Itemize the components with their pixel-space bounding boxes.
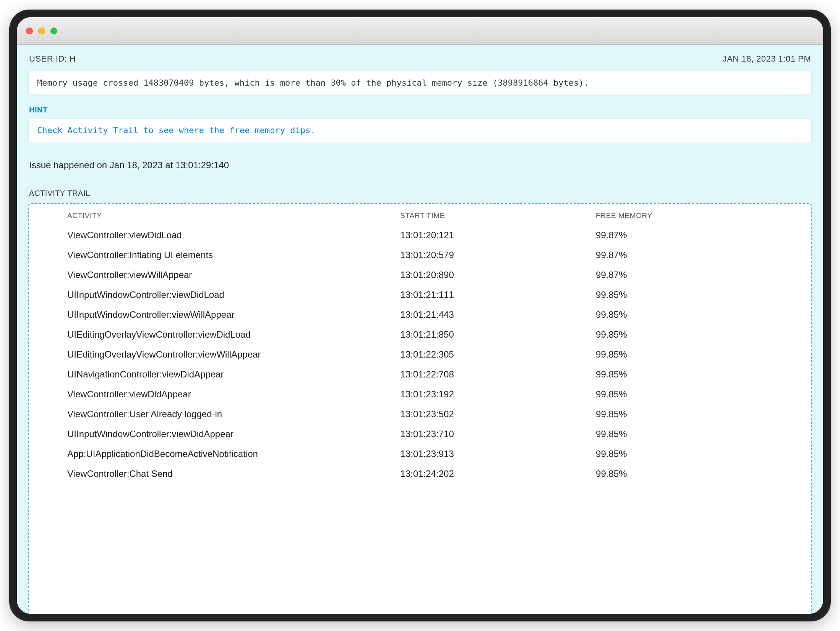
maximize-window-button[interactable] — [50, 28, 57, 34]
cell-free-memory: 99.85% — [592, 444, 811, 464]
activity-trail-table: ACTIVITY START TIME FREE MEMORY ViewCont… — [29, 209, 811, 484]
cell-free-memory: 99.87% — [592, 265, 811, 285]
cell-free-memory: 99.87% — [592, 225, 811, 245]
cell-activity: UIEditingOverlayViewController:viewDidLo… — [29, 325, 397, 345]
table-row: ViewController:viewDidLoad13:01:20:12199… — [29, 225, 811, 245]
cell-free-memory: 99.85% — [592, 464, 811, 484]
table-header-row: ACTIVITY START TIME FREE MEMORY — [29, 209, 811, 225]
cell-free-memory: 99.85% — [592, 424, 811, 444]
cell-start-time: 13:01:22:708 — [397, 364, 592, 384]
cell-free-memory: 99.87% — [592, 245, 811, 265]
cell-free-memory: 99.85% — [592, 305, 811, 325]
activity-trail-panel: ACTIVITY START TIME FREE MEMORY ViewCont… — [28, 203, 812, 614]
window-titlebar — [17, 17, 823, 45]
cell-free-memory: 99.85% — [592, 364, 811, 384]
cell-start-time: 13:01:23:502 — [397, 404, 592, 424]
table-row: ViewController:Chat Send13:01:24:20299.8… — [29, 464, 811, 484]
table-row: UIInputWindowController:viewWillAppear13… — [29, 305, 811, 325]
user-id-label: USER ID: — [29, 54, 67, 63]
table-row: App:UIApplicationDidBecomeActiveNotifica… — [29, 444, 811, 464]
cell-free-memory: 99.85% — [592, 404, 811, 424]
table-row: ViewController:User Already logged-in13:… — [29, 404, 811, 424]
cell-activity: ViewController:viewDidLoad — [29, 225, 397, 245]
cell-free-memory: 99.85% — [592, 325, 811, 345]
hint-text: Check Activity Trail to see where the fr… — [28, 118, 812, 142]
col-header-free-memory: FREE MEMORY — [592, 209, 811, 225]
cell-start-time: 13:01:20:121 — [397, 225, 592, 245]
cell-start-time: 13:01:21:850 — [397, 325, 592, 345]
table-row: UINavigationController:viewDidAppear13:0… — [29, 364, 811, 384]
cell-activity: UIInputWindowController:viewWillAppear — [29, 305, 397, 325]
table-row: ViewController:Inflating UI elements13:0… — [29, 245, 811, 265]
table-row: ViewController:viewWillAppear13:01:20:89… — [29, 265, 811, 285]
user-id-value: H — [70, 54, 76, 63]
user-id-line: USER ID: H — [29, 54, 76, 64]
cell-activity: UIInputWindowController:viewDidLoad — [29, 285, 397, 305]
cell-activity: UINavigationController:viewDidAppear — [29, 364, 397, 384]
timestamp: JAN 18, 2023 1:01 PM — [723, 54, 811, 64]
table-row: UIEditingOverlayViewController:viewWillA… — [29, 345, 811, 364]
col-header-start-time: START TIME — [397, 209, 592, 225]
cell-start-time: 13:01:21:443 — [397, 305, 592, 325]
cell-activity: ViewController:viewDidAppear — [29, 384, 397, 404]
cell-free-memory: 99.85% — [592, 285, 811, 305]
device-inner: USER ID: H JAN 18, 2023 1:01 PM Memory u… — [17, 17, 823, 614]
cell-activity: UIEditingOverlayViewController:viewWillA… — [29, 345, 397, 364]
cell-start-time: 13:01:23:710 — [397, 424, 592, 444]
cell-activity: ViewController:viewWillAppear — [29, 265, 397, 285]
activity-trail-label: ACTIVITY TRAIL — [17, 175, 823, 203]
cell-start-time: 13:01:23:913 — [397, 444, 592, 464]
col-header-activity: ACTIVITY — [29, 209, 397, 225]
table-row: ViewController:viewDidAppear13:01:23:192… — [29, 384, 811, 404]
close-window-button[interactable] — [26, 28, 33, 34]
cell-start-time: 13:01:22:305 — [397, 345, 592, 364]
cell-start-time: 13:01:23:192 — [397, 384, 592, 404]
cell-activity: ViewController:User Already logged-in — [29, 404, 397, 424]
cell-free-memory: 99.85% — [592, 384, 811, 404]
hint-label: HINT — [29, 106, 811, 114]
cell-activity: ViewController:Chat Send — [29, 464, 397, 484]
cell-activity: ViewController:Inflating UI elements — [29, 245, 397, 265]
issue-timestamp-line: Issue happened on Jan 18, 2023 at 13:01:… — [17, 149, 823, 175]
cell-start-time: 13:01:21:111 — [397, 285, 592, 305]
memory-warning-message: Memory usage crossed 1483070409 bytes, w… — [28, 71, 812, 95]
table-row: UIInputWindowController:viewDidAppear13:… — [29, 424, 811, 444]
cell-start-time: 13:01:20:890 — [397, 265, 592, 285]
cell-start-time: 13:01:24:202 — [397, 464, 592, 484]
minimize-window-button[interactable] — [38, 28, 45, 34]
table-row: UIInputWindowController:viewDidLoad13:01… — [29, 285, 811, 305]
cell-free-memory: 99.85% — [592, 345, 811, 364]
device-frame: USER ID: H JAN 18, 2023 1:01 PM Memory u… — [9, 10, 831, 621]
cell-activity: App:UIApplicationDidBecomeActiveNotifica… — [29, 444, 397, 464]
content-pane: USER ID: H JAN 18, 2023 1:01 PM Memory u… — [17, 45, 823, 614]
table-row: UIEditingOverlayViewController:viewDidLo… — [29, 325, 811, 345]
cell-activity: UIInputWindowController:viewDidAppear — [29, 424, 397, 444]
cell-start-time: 13:01:20:579 — [397, 245, 592, 265]
meta-row: USER ID: H JAN 18, 2023 1:01 PM — [17, 45, 823, 71]
